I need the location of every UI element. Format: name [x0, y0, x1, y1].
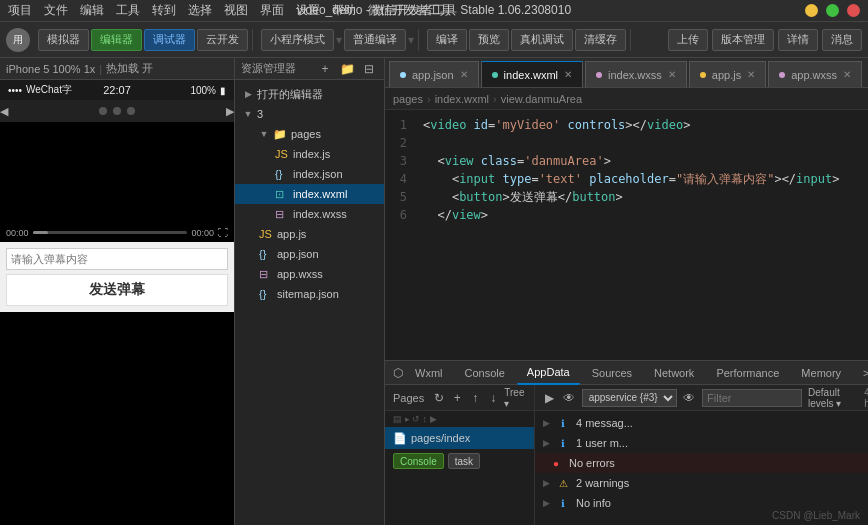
menu-item-file[interactable]: 文件 — [44, 2, 68, 19]
menu-item-select[interactable]: 选择 — [188, 2, 212, 19]
log-text: 1 user m... — [576, 437, 628, 449]
menu-item-goto[interactable]: 转到 — [152, 2, 176, 19]
compile-btn[interactable]: 普通编译 — [344, 29, 406, 51]
tab-label: app.json — [412, 69, 454, 81]
message-btn[interactable]: 消息 — [822, 29, 862, 51]
breadcrumb-part-1[interactable]: pages — [393, 93, 423, 105]
default-level-select[interactable]: Default levels ▾ — [808, 387, 858, 409]
tab-close-icon[interactable]: ✕ — [668, 69, 676, 80]
menu-item-edit[interactable]: 编辑 — [80, 2, 104, 19]
battery-icon: ▮ — [220, 85, 226, 96]
expand-icon[interactable]: ▶ — [543, 389, 556, 407]
tab-label: app.js — [712, 69, 741, 81]
file-name: index.wxml — [293, 188, 347, 200]
tree-item-app-wxss[interactable]: ⊟ app.wxss — [235, 264, 384, 284]
fullscreen-icon[interactable]: ⛶ — [218, 227, 228, 238]
breadcrumb-part-3[interactable]: view.danmuArea — [501, 93, 582, 105]
tab-index-wxss[interactable]: index.wxss ✕ — [585, 61, 687, 87]
log-item-messages[interactable]: ▶ ℹ 4 messag... — [535, 413, 868, 433]
tab-more[interactable]: >> — [853, 361, 868, 385]
root-section[interactable]: ▼ 3 — [235, 104, 384, 124]
tab-close-icon[interactable]: ✕ — [843, 69, 851, 80]
video-progress-bar[interactable] — [33, 231, 188, 234]
editor-btn[interactable]: 编辑器 — [91, 29, 142, 51]
tree-item-app-json[interactable]: {} app.json — [235, 244, 384, 264]
pages-item-index[interactable]: 📄 pages/index — [385, 427, 534, 449]
detail-btn[interactable]: 详情 — [778, 29, 818, 51]
upload-btn[interactable]: 上传 — [668, 29, 708, 51]
debugger-btn[interactable]: 调试器 — [144, 29, 195, 51]
tab-close-icon[interactable]: ✕ — [564, 69, 572, 80]
minimize-button[interactable] — [805, 4, 818, 17]
tree-item-app-js[interactable]: JS app.js — [235, 224, 384, 244]
breadcrumb-sep: › — [427, 93, 431, 105]
eye-icon[interactable]: 👁 — [562, 389, 575, 407]
add-icon[interactable]: + — [450, 389, 464, 407]
pages-label: Pages — [393, 392, 424, 404]
console-task-btns: Console task — [385, 449, 534, 473]
tab-app-json[interactable]: app.json ✕ — [389, 61, 479, 87]
compile-action-btn[interactable]: 编译 — [427, 29, 467, 51]
devtools-toggle-icon[interactable]: ⬡ — [393, 364, 403, 382]
tab-index-wxml[interactable]: index.wxml ✕ — [481, 61, 583, 87]
real-debug-btn[interactable]: 真机调试 — [511, 29, 573, 51]
tab-close-icon[interactable]: ✕ — [460, 69, 468, 80]
menu-item-interface[interactable]: 界面 — [260, 2, 284, 19]
simulator-btn[interactable]: 模拟器 — [38, 29, 89, 51]
menu-item-project[interactable]: 项目 — [8, 2, 32, 19]
devtools-pages: Pages ↻ + ↑ ↓ Tree ▾ ▤ ▸ ↺ ↕ ▶ — [385, 385, 535, 525]
clear-cache-btn[interactable]: 清缓存 — [575, 29, 626, 51]
tree-item-index-wxml[interactable]: ⊡ index.wxml — [235, 184, 384, 204]
danmu-send-button[interactable]: 发送弹幕 — [6, 274, 228, 306]
down-icon[interactable]: ↓ — [486, 389, 500, 407]
code-editor-area[interactable]: 1 2 3 4 5 6 <video id='myVideo' controls… — [385, 110, 868, 360]
task-btn[interactable]: task — [448, 453, 480, 469]
open-editors-section[interactable]: ▶ 打开的编辑器 — [235, 84, 384, 104]
section-arrow: ▶ — [243, 89, 253, 99]
tab-app-wxss[interactable]: app.wxss ✕ — [768, 61, 862, 87]
breadcrumb-part-2[interactable]: index.wxml — [435, 93, 489, 105]
log-item-user[interactable]: ▶ ℹ 1 user m... — [535, 433, 868, 453]
log-text: No info — [576, 497, 611, 509]
tree-item-index-json[interactable]: {} index.json — [235, 164, 384, 184]
close-button[interactable] — [847, 4, 860, 17]
log-item-errors[interactable]: ● No errors — [535, 453, 868, 473]
filter-input[interactable] — [702, 389, 802, 407]
maximize-button[interactable] — [826, 4, 839, 17]
mode-btn[interactable]: 小程序模式 — [261, 29, 334, 51]
eye2-icon[interactable]: 👁 — [683, 389, 696, 407]
menu-item-view[interactable]: 视图 — [224, 2, 248, 19]
collapse-icon[interactable]: ⊟ — [360, 60, 378, 78]
file-tree-toolbar: 资源管理器 + 📁 ⊟ — [235, 58, 384, 80]
tab-performance[interactable]: Performance — [706, 361, 789, 385]
new-file-icon[interactable]: + — [316, 60, 334, 78]
tree-item-sitemap[interactable]: {} sitemap.json — [235, 284, 384, 304]
tab-network[interactable]: Network — [644, 361, 704, 385]
tree-item-index-wxss[interactable]: ⊟ index.wxss — [235, 204, 384, 224]
appservice-select[interactable]: appservice {#3} — [582, 389, 677, 407]
refresh-icon[interactable]: ↻ — [432, 389, 446, 407]
log-item-warnings[interactable]: ▶ ⚠ 2 warnings — [535, 473, 868, 493]
tree-item-pages[interactable]: ▼ 📁 pages — [235, 124, 384, 144]
forward-icon[interactable]: ▶ — [226, 105, 234, 118]
tab-memory[interactable]: Memory — [791, 361, 851, 385]
danmu-input[interactable] — [6, 248, 228, 270]
tab-close-icon[interactable]: ✕ — [747, 69, 755, 80]
version-mgr-btn[interactable]: 版本管理 — [712, 29, 774, 51]
tree-label[interactable]: Tree ▾ — [504, 387, 526, 409]
new-folder-icon[interactable]: 📁 — [338, 60, 356, 78]
code-content[interactable]: <video id='myVideo' controls></video> <v… — [415, 110, 868, 360]
code-line-5: <button>发送弹幕</button> — [423, 188, 860, 206]
tab-wxml[interactable]: Wxml — [405, 361, 453, 385]
up-icon[interactable]: ↑ — [468, 389, 482, 407]
menu-item-tools[interactable]: 工具 — [116, 2, 140, 19]
tab-sources[interactable]: Sources — [582, 361, 642, 385]
tab-appdata[interactable]: AppData — [517, 361, 580, 385]
tree-item-index-js[interactable]: JS index.js — [235, 144, 384, 164]
tab-console[interactable]: Console — [455, 361, 515, 385]
console-btn[interactable]: Console — [393, 453, 444, 469]
tab-app-js[interactable]: app.js ✕ — [689, 61, 766, 87]
back-icon[interactable]: ◀ — [0, 105, 8, 118]
preview-btn[interactable]: 预览 — [469, 29, 509, 51]
cloud-btn[interactable]: 云开发 — [197, 29, 248, 51]
